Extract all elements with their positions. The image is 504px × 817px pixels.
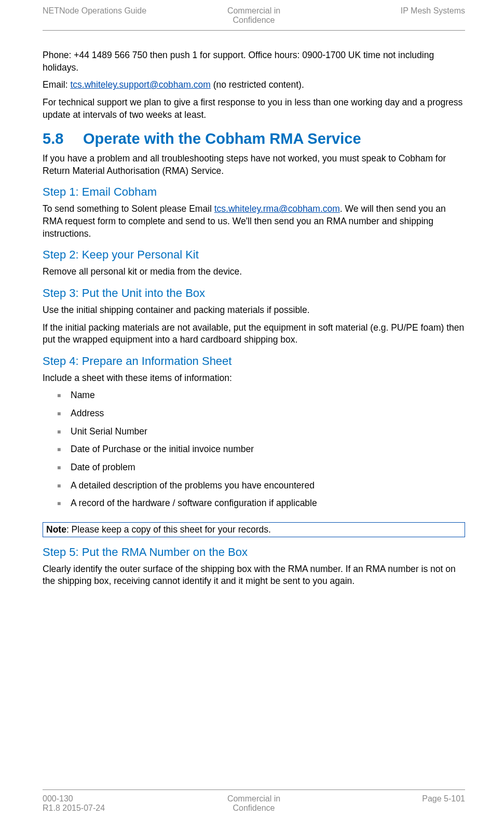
footer-classification: Commercial in Confidence xyxy=(227,794,280,813)
list-item: A record of the hardware / software conf… xyxy=(57,497,465,510)
footer-center-line2: Confidence xyxy=(233,804,275,812)
header-title-right: IP Mesh Systems xyxy=(280,6,465,16)
step2-heading: Step 2: Keep your Personal Kit xyxy=(43,248,465,262)
section-title-text: Operate with the Cobham RMA Service xyxy=(83,130,361,147)
list-item: Name xyxy=(57,389,465,402)
note-box: Note: Please keep a copy of this sheet f… xyxy=(43,522,465,537)
header-center-line2: Confidence xyxy=(233,16,275,24)
page-header: NETNode Operations Guide Commercial in C… xyxy=(43,6,465,25)
list-item: Date of problem xyxy=(57,461,465,474)
step2-body: Remove all personal kit or media from th… xyxy=(43,266,465,278)
step5-body: Clearly identify the outer surface of th… xyxy=(43,563,465,588)
header-rule xyxy=(43,30,465,31)
section-heading: 5.8 Operate with the Cobham RMA Service xyxy=(43,130,465,147)
list-item: Address xyxy=(57,407,465,420)
footer-doc-id: 000-130 R1.8 2015-07-24 xyxy=(43,794,227,813)
email-suffix: (no restricted content). xyxy=(211,79,304,90)
step3-p1: Use the initial shipping container and p… xyxy=(43,304,465,317)
step4-intro: Include a sheet with these items of info… xyxy=(43,372,465,385)
info-sheet-list: Name Address Unit Serial Number Date of … xyxy=(57,389,465,509)
list-item: A detailed description of the problems y… xyxy=(57,480,465,492)
step5-heading: Step 5: Put the RMA Number on the Box xyxy=(43,546,465,559)
step1-heading: Step 1: Email Cobham xyxy=(43,185,465,199)
note-text: : Please keep a copy of this sheet for y… xyxy=(66,524,271,535)
header-center-line1: Commercial in xyxy=(227,6,280,15)
note-label: Note xyxy=(46,524,66,535)
support-email-link[interactable]: tcs.whiteley.support@cobham.com xyxy=(70,79,210,90)
phone-info: Phone: +44 1489 566 750 then push 1 for … xyxy=(43,49,465,74)
email-prefix: Email: xyxy=(43,79,70,90)
rma-email-link[interactable]: tcs.whiteley.rma@cobham.com xyxy=(214,203,340,214)
section-number: 5.8 xyxy=(43,130,83,147)
step3-heading: Step 3: Put the Unit into the Box xyxy=(43,287,465,300)
footer-page-number: Page 5-101 xyxy=(280,794,465,804)
footer-rule xyxy=(43,789,465,790)
email-info-line: Email: tcs.whiteley.support@cobham.com (… xyxy=(43,79,465,91)
step4-heading: Step 4: Prepare an Information Sheet xyxy=(43,355,465,368)
list-item: Unit Serial Number xyxy=(57,426,465,438)
header-classification: Commercial in Confidence xyxy=(227,6,280,25)
support-response-info: For technical support we plan to give a … xyxy=(43,97,465,121)
footer-center-line1: Commercial in xyxy=(227,794,280,803)
header-title-left: NETNode Operations Guide xyxy=(43,6,227,16)
step1-body: To send something to Solent please Email… xyxy=(43,203,465,240)
list-item: Date of Purchase or the initial invoice … xyxy=(57,443,465,456)
step1-prefix: To send something to Solent please Email xyxy=(43,203,214,214)
footer-left-line1: 000-130 xyxy=(43,794,73,803)
page-footer: 000-130 R1.8 2015-07-24 Commercial in Co… xyxy=(43,789,465,813)
section-intro: If you have a problem and all troublesho… xyxy=(43,153,465,177)
footer-left-line2: R1.8 2015-07-24 xyxy=(43,804,105,812)
step3-p2: If the initial packing materials are not… xyxy=(43,322,465,346)
